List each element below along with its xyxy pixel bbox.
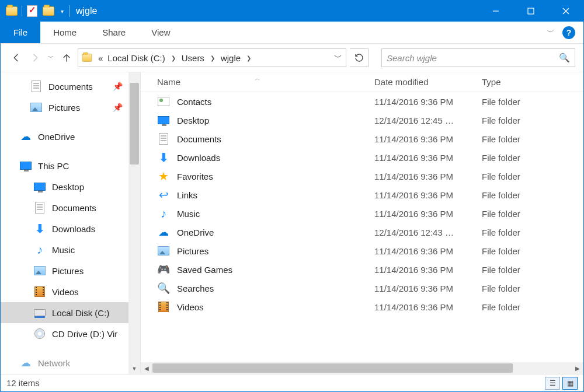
chevron-right-icon[interactable]: ❯ <box>169 55 178 61</box>
tree-label: Pictures <box>48 103 80 113</box>
tree-item[interactable]: Desktop <box>1 176 128 197</box>
scroll-up-icon[interactable]: ▲ <box>128 72 140 83</box>
file-type: File folder <box>479 265 583 275</box>
file-name: OneDrive <box>177 228 214 237</box>
file-row[interactable]: Documents 11/14/2016 9:36 PM File folder <box>141 130 583 148</box>
file-name: Searches <box>177 284 214 293</box>
details-view-button[interactable]: ☰ <box>545 377 560 390</box>
file-date: 11/14/2016 9:36 PM <box>374 209 479 219</box>
file-row[interactable]: ☁OneDrive 12/14/2016 12:43 … File folder <box>141 223 583 242</box>
file-type: File folder <box>479 134 583 144</box>
video-icon <box>33 286 46 298</box>
cloud-icon: ☁ <box>157 226 170 238</box>
breadcrumb-item[interactable]: Local Disk (C:) <box>106 53 166 63</box>
column-name[interactable]: Name ︿ <box>141 77 374 87</box>
explorer-window: ▾ wjgle File Home Share View ﹀ ? ﹀ « Loc… <box>0 0 584 392</box>
file-date: 12/14/2016 12:43 … <box>374 228 479 237</box>
tab-share[interactable]: Share <box>89 22 138 43</box>
chevron-right-icon[interactable]: ❯ <box>244 55 253 61</box>
ribbon-expand-icon[interactable]: ﹀ <box>547 27 554 37</box>
maximize-button[interactable] <box>513 1 548 22</box>
tree-item[interactable]: Videos <box>1 281 128 302</box>
icons-view-button[interactable]: ▦ <box>562 377 578 390</box>
breadcrumb-prefix[interactable]: « <box>97 53 104 63</box>
breadcrumb-item[interactable]: wjgle <box>220 53 242 63</box>
tree-item[interactable]: ⬇Downloads <box>1 218 128 239</box>
minimize-button[interactable] <box>478 1 513 22</box>
close-button[interactable] <box>548 1 583 22</box>
document-icon <box>30 80 43 92</box>
new-folder-icon[interactable] <box>42 5 55 18</box>
tree-item[interactable]: CD Drive (D:) Vir <box>1 323 128 344</box>
tree-label: This PC <box>38 161 69 171</box>
file-row[interactable]: ★Favorites 11/14/2016 9:36 PM File folde… <box>141 167 583 186</box>
monitor-icon <box>19 160 32 172</box>
chevron-right-icon[interactable]: ❯ <box>208 55 217 61</box>
folder-icon[interactable] <box>5 5 18 18</box>
tree-label: Documents <box>52 203 96 213</box>
column-date[interactable]: Date modified <box>374 77 479 87</box>
picture-icon <box>30 102 43 113</box>
tree-item[interactable]: Local Disk (C:) <box>1 302 128 323</box>
tree-label: Music <box>52 245 75 255</box>
file-date: 11/14/2016 9:36 PM <box>374 302 479 312</box>
search-icon[interactable]: 🔍 <box>559 52 570 63</box>
file-row[interactable]: ♪Music 11/14/2016 9:36 PM File folder <box>141 204 583 223</box>
tree-label: Network <box>38 358 70 368</box>
video-icon <box>157 301 170 313</box>
tab-home[interactable]: Home <box>40 22 89 43</box>
tree-item-pictures[interactable]: Pictures 📌 <box>1 97 128 118</box>
file-row[interactable]: Pictures 11/14/2016 9:36 PM File folder <box>141 242 583 260</box>
properties-icon[interactable] <box>26 5 39 18</box>
tree-item[interactable]: Documents <box>1 197 128 218</box>
tree-item-documents[interactable]: Documents 📌 <box>1 76 128 97</box>
help-icon[interactable]: ? <box>562 26 575 39</box>
file-tab[interactable]: File <box>1 22 40 43</box>
address-bar[interactable]: « Local Disk (C:) ❯ Users ❯ wjgle ❯ ﹀ <box>78 48 346 67</box>
scroll-down-icon[interactable]: ▼ <box>128 363 140 374</box>
breadcrumb-item[interactable]: Users <box>180 53 206 63</box>
pic-icon <box>157 245 170 257</box>
back-button[interactable] <box>9 50 24 65</box>
file-row[interactable]: 🎮Saved Games 11/14/2016 9:36 PM File fol… <box>141 260 583 279</box>
file-row[interactable]: Videos 11/14/2016 9:36 PM File folder <box>141 298 583 316</box>
search-input[interactable] <box>387 53 559 63</box>
horizontal-scrollbar[interactable]: ◀ ▶ <box>141 362 583 374</box>
tab-view[interactable]: View <box>138 22 183 43</box>
file-row[interactable]: Contacts 11/14/2016 9:36 PM File folder <box>141 92 583 111</box>
up-button[interactable] <box>59 50 74 65</box>
address-dropdown-icon[interactable]: ﹀ <box>331 52 346 63</box>
file-date: 11/14/2016 9:36 PM <box>374 153 479 163</box>
item-count: 12 items <box>6 378 40 388</box>
scroll-thumb[interactable] <box>130 83 139 164</box>
refresh-button[interactable] <box>350 48 369 67</box>
file-row[interactable]: ⬇Downloads 11/14/2016 9:36 PM File folde… <box>141 148 583 167</box>
scroll-right-icon[interactable]: ▶ <box>572 365 583 372</box>
tree-item[interactable]: Pictures <box>1 260 128 281</box>
tree-item-network[interactable]: ☁ Network <box>1 352 128 373</box>
title-bar: ▾ wjgle <box>1 1 583 22</box>
navigation-pane: Documents 📌 Pictures 📌 ☁ OneDrive This P… <box>1 72 141 374</box>
qat-dropdown-icon[interactable]: ▾ <box>58 8 66 15</box>
file-date: 11/14/2016 9:36 PM <box>374 265 479 275</box>
file-row[interactable]: 🔍Searches 11/14/2016 9:36 PM File folder <box>141 279 583 298</box>
scroll-thumb[interactable] <box>152 363 513 373</box>
file-row[interactable]: ↩Links 11/14/2016 9:36 PM File folder <box>141 186 583 204</box>
forward-button[interactable] <box>27 50 43 65</box>
window-controls <box>478 1 583 22</box>
games-icon: 🎮 <box>157 264 170 275</box>
doc-icon <box>33 202 46 214</box>
file-row[interactable]: Desktop 12/14/2016 12:45 … File folder <box>141 111 583 130</box>
tree-item[interactable]: ♪Music <box>1 239 128 260</box>
file-name: Music <box>177 209 200 219</box>
column-type[interactable]: Type <box>479 77 583 87</box>
tree-scrollbar[interactable]: ▲ ▼ <box>128 72 140 374</box>
status-bar: 12 items ☰ ▦ <box>1 374 583 391</box>
tree-item-thispc[interactable]: This PC <box>1 155 128 176</box>
file-date: 11/14/2016 9:36 PM <box>374 190 479 200</box>
history-dropdown-icon[interactable]: ﹀ <box>46 50 55 65</box>
search-box[interactable]: 🔍 <box>381 48 575 67</box>
tree-item-onedrive[interactable]: ☁ OneDrive <box>1 126 128 147</box>
file-type: File folder <box>479 284 583 293</box>
scroll-left-icon[interactable]: ◀ <box>141 365 152 372</box>
